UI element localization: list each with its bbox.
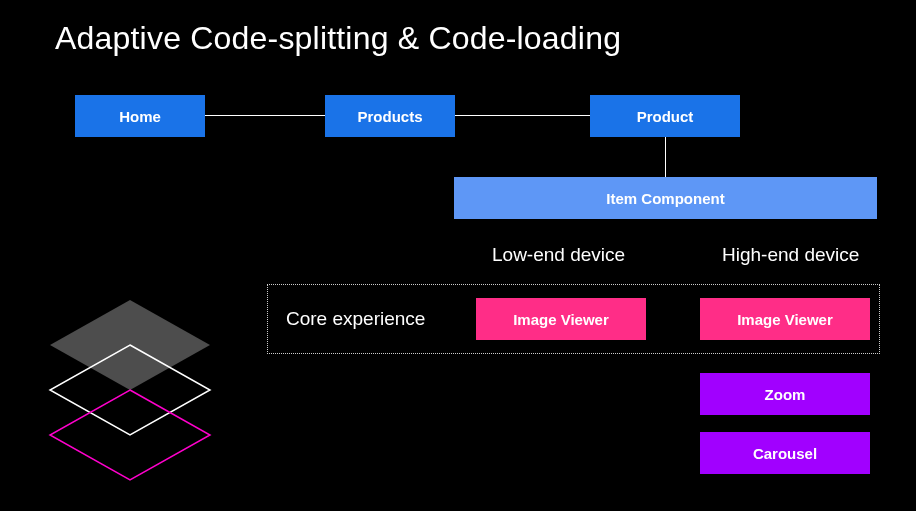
page-title: Adaptive Code-splitting & Code-loading: [55, 20, 621, 57]
node-item-component: Item Component: [454, 177, 877, 219]
node-home: Home: [75, 95, 205, 137]
label-core-experience: Core experience: [286, 308, 425, 330]
label-high-end: High-end device: [722, 244, 859, 266]
module-zoom-label: Zoom: [765, 386, 806, 403]
connector-products-product: [455, 115, 590, 116]
node-products-label: Products: [357, 108, 422, 125]
module-image-viewer-low: Image Viewer: [476, 298, 646, 340]
connector-home-products: [205, 115, 325, 116]
module-carousel-label: Carousel: [753, 445, 817, 462]
node-item-component-label: Item Component: [606, 190, 724, 207]
module-zoom: Zoom: [700, 373, 870, 415]
label-low-end: Low-end device: [492, 244, 625, 266]
layers-icon: [30, 290, 230, 490]
node-product: Product: [590, 95, 740, 137]
module-image-viewer-low-label: Image Viewer: [513, 311, 609, 328]
module-carousel: Carousel: [700, 432, 870, 474]
node-products: Products: [325, 95, 455, 137]
module-image-viewer-high-label: Image Viewer: [737, 311, 833, 328]
module-image-viewer-high: Image Viewer: [700, 298, 870, 340]
connector-product-item: [665, 137, 666, 177]
node-home-label: Home: [119, 108, 161, 125]
node-product-label: Product: [637, 108, 694, 125]
